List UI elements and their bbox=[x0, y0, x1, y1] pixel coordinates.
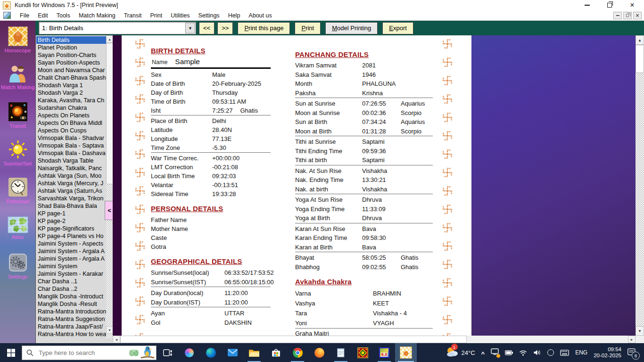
list-item[interactable]: KP page-1 bbox=[36, 210, 106, 217]
scrollbar-thumb[interactable] bbox=[120, 336, 467, 343]
scroll-up-icon[interactable]: ▲ bbox=[636, 35, 644, 45]
list-item[interactable]: Vimsopak Bala - Shadvar bbox=[36, 134, 106, 142]
sidebar-item-settings[interactable]: Settings bbox=[0, 247, 35, 285]
taskbar-app-chrome[interactable] bbox=[287, 343, 308, 362]
list-item[interactable]: Birth Details bbox=[36, 36, 106, 44]
list-item[interactable]: Char Dasha ..1 bbox=[36, 278, 106, 285]
scrollbar-thumb[interactable] bbox=[636, 45, 644, 73]
list-item[interactable]: Jaimini System - Argala A bbox=[36, 247, 106, 255]
scrollbar-track[interactable] bbox=[636, 73, 644, 326]
menu-item-utilities[interactable]: Utilities bbox=[166, 11, 194, 20]
mdi-restore-button[interactable] bbox=[623, 12, 632, 19]
menu-item-settings[interactable]: Settings bbox=[194, 11, 223, 20]
tablet-mode-icon[interactable] bbox=[547, 349, 554, 356]
list-item[interactable]: Ashtak Varga (Sun, Moo bbox=[36, 172, 106, 180]
menu-item-match-making[interactable]: Match Making bbox=[74, 11, 120, 20]
scroll-down-icon[interactable]: ▼ bbox=[636, 326, 644, 336]
list-item[interactable]: KP page-4 Planets vs Ho bbox=[36, 232, 106, 240]
scroll-down-icon[interactable]: ▼ bbox=[106, 326, 113, 334]
wireless-display-indicator[interactable] bbox=[491, 348, 499, 357]
list-item[interactable]: Shodash Varga 2 bbox=[36, 89, 106, 97]
list-item[interactable]: Jaimini System bbox=[36, 263, 106, 270]
list-item[interactable]: KP page-Significators bbox=[36, 225, 106, 232]
taskbar-app-store[interactable] bbox=[265, 343, 287, 362]
list-item[interactable]: Jaimini System - Aspects bbox=[36, 240, 106, 247]
page-selector-combobox[interactable]: 1: Birth Details ▼ bbox=[39, 22, 196, 34]
minimize-button[interactable] bbox=[584, 2, 590, 8]
report-list-scrollbar[interactable]: ▲ ▼ bbox=[106, 35, 113, 338]
list-item[interactable]: Ratna-Mantra Jaap/Fast/ bbox=[36, 323, 106, 330]
list-item[interactable]: Manglik Dosha -Introduct bbox=[36, 293, 106, 300]
list-item[interactable]: Karaka, Avastha, Tara Ch bbox=[36, 97, 106, 104]
restore-button[interactable] bbox=[606, 2, 613, 8]
list-item[interactable]: Vimsopak Bala - Saptava bbox=[36, 142, 106, 149]
list-item[interactable]: Chalit Chart-Bhava Spash bbox=[36, 74, 106, 82]
task-view-button[interactable] bbox=[157, 343, 178, 362]
list-item[interactable]: Ashtak Varga (Mercury, J bbox=[36, 180, 106, 187]
taskbar-app-mail[interactable] bbox=[222, 343, 243, 362]
preview-vertical-scrollbar[interactable]: ▲ ▼ bbox=[636, 35, 644, 336]
list-item[interactable]: Ratna-Mantra Suggestion bbox=[36, 315, 106, 323]
sidebar-item-transit[interactable]: Transit bbox=[0, 96, 35, 134]
previous-page-button[interactable]: << bbox=[199, 22, 215, 34]
list-item[interactable]: Shodash Varga 1 bbox=[36, 82, 106, 89]
mdi-close-button[interactable]: × bbox=[633, 12, 642, 19]
list-item[interactable]: Naisargik, Tatkalik, Panc bbox=[36, 165, 106, 172]
list-item[interactable]: Jaimini System - Argala A bbox=[36, 255, 106, 263]
weather-widget[interactable]: 1 24°C bbox=[446, 346, 475, 359]
taskbar-app-file-explorer[interactable] bbox=[243, 343, 265, 362]
menu-item-tools[interactable]: Tools bbox=[52, 11, 74, 20]
taskbar-app-kundli-active[interactable] bbox=[395, 343, 417, 362]
list-item[interactable]: Jaimini System - Karakar bbox=[36, 270, 106, 278]
menu-item-about-us[interactable]: About us bbox=[244, 11, 276, 20]
list-item[interactable]: Ratna-Mantra Introduction bbox=[36, 308, 106, 315]
list-item[interactable]: Shodash Varga Table bbox=[36, 157, 106, 165]
language-indicator[interactable]: ENG bbox=[575, 349, 587, 356]
list-item[interactable]: Ratna-Mantra How to wea bbox=[36, 330, 106, 338]
taskbar-app-notepad[interactable] bbox=[330, 343, 352, 362]
list-item[interactable]: Planet Position bbox=[36, 44, 106, 51]
list-item[interactable]: Moon and Navamsa Char bbox=[36, 66, 106, 74]
print-this-page-button[interactable]: Print this page bbox=[238, 22, 290, 34]
print-button[interactable]: Print bbox=[295, 22, 321, 34]
menu-item-print[interactable]: Print bbox=[146, 11, 166, 20]
sidebar-item-sunrise-set[interactable]: Sunrise/Set bbox=[0, 134, 35, 172]
list-item[interactable]: Aspects On Bhava Middl bbox=[36, 119, 106, 127]
scroll-left-icon[interactable]: ◄ bbox=[113, 336, 120, 343]
sidebar-item-match-making[interactable]: Match Making bbox=[0, 58, 35, 96]
tray-expand-chevron-icon[interactable]: ^ bbox=[481, 350, 485, 357]
list-item[interactable]: KP page-2 bbox=[36, 217, 106, 225]
taskbar-search-box[interactable] bbox=[22, 346, 157, 360]
clock-widget[interactable]: 09:54 20-02-2025 bbox=[594, 346, 621, 359]
combobox-dropdown-arrow-icon[interactable]: ▼ bbox=[185, 23, 195, 33]
notification-center-button[interactable]: 8 bbox=[627, 348, 636, 357]
sidebar-item-rahukaal[interactable]: Rahukaal bbox=[0, 172, 35, 209]
list-item[interactable]: Sudarshan Chakra bbox=[36, 104, 106, 112]
menu-item-transit[interactable]: Transit bbox=[120, 11, 146, 20]
touch-keyboard-icon[interactable] bbox=[560, 350, 569, 356]
taskbar-app-kundli-red[interactable] bbox=[352, 343, 373, 362]
list-item[interactable]: Char Dasha ..2 bbox=[36, 285, 106, 293]
scroll-right-icon[interactable]: ► bbox=[628, 336, 636, 343]
battery-icon[interactable] bbox=[505, 350, 513, 355]
list-item[interactable]: Ashtak Varga (Saturn,As bbox=[36, 187, 106, 195]
close-button[interactable]: × bbox=[629, 2, 636, 8]
model-printing-button[interactable]: Model Printing bbox=[325, 22, 378, 34]
taskbar-app-copilot[interactable] bbox=[178, 343, 200, 362]
search-input[interactable] bbox=[38, 349, 128, 357]
list-item[interactable]: Aspects On Planets bbox=[36, 112, 106, 119]
list-item[interactable]: Aspects On Cusps bbox=[36, 127, 106, 134]
menu-item-edit[interactable]: Edit bbox=[33, 11, 52, 20]
list-item[interactable]: Sayan Position-Charts bbox=[36, 51, 106, 59]
scrollbar-thumb[interactable] bbox=[106, 43, 113, 184]
start-button[interactable] bbox=[0, 343, 22, 362]
menu-item-file[interactable]: File bbox=[16, 11, 33, 20]
wifi-icon[interactable] bbox=[519, 350, 527, 356]
list-item[interactable]: Sarvashtak Varga, Trikon bbox=[36, 195, 106, 202]
taskbar-app-kundli-6[interactable]: 6.0 bbox=[373, 343, 395, 362]
menu-item-help[interactable]: Help bbox=[224, 11, 245, 20]
speaker-icon[interactable] bbox=[533, 349, 541, 356]
mdi-minimize-button[interactable] bbox=[613, 12, 622, 19]
scroll-up-icon[interactable]: ▲ bbox=[106, 35, 113, 43]
preview-horizontal-scrollbar[interactable]: ◄ ► bbox=[113, 336, 636, 343]
